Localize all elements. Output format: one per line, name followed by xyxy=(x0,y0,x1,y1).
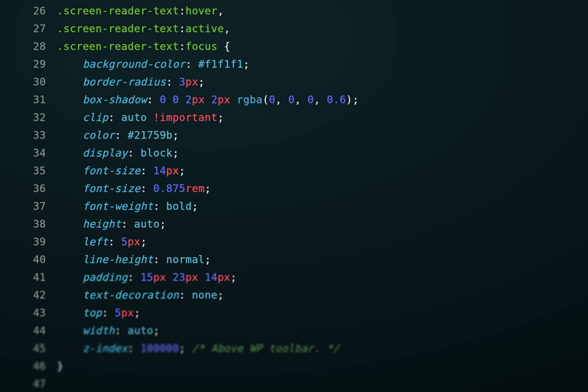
token-unit: px xyxy=(185,271,198,283)
token-punc: ; xyxy=(230,271,237,283)
token-unit: px xyxy=(192,93,205,106)
token-unit: px xyxy=(121,307,134,319)
token-num: 5 xyxy=(121,236,128,248)
token-prop: text-decoration xyxy=(83,289,179,301)
code-line[interactable]: 38 height: auto; xyxy=(0,215,588,233)
code-line[interactable]: 26.screen-reader-text:hover, xyxy=(0,2,588,20)
token-prop: width xyxy=(83,324,115,337)
line-content[interactable]: font-size: 0.875rem; xyxy=(57,179,588,197)
token-prop: border-radius xyxy=(83,76,166,88)
token-num: 0 xyxy=(288,93,295,106)
token-punc: ; xyxy=(179,164,185,177)
token-punc: ; xyxy=(217,111,224,123)
token-prop: font-weight xyxy=(83,200,153,212)
token-val: #21759b xyxy=(128,129,173,141)
line-content[interactable]: top: 5px; xyxy=(57,304,588,322)
token-num: 14 xyxy=(205,271,217,283)
token-pseudo: active xyxy=(185,22,224,35)
code-line[interactable]: 44 width: auto; xyxy=(0,322,588,339)
token-punc: : xyxy=(108,236,121,248)
token-punc: ; xyxy=(198,76,205,88)
code-line[interactable]: 31 box-shadow: 0 0 2px 2px rgba(0, 0, 0,… xyxy=(0,91,588,108)
token-punc: , xyxy=(224,22,230,35)
token-punc: : xyxy=(179,5,185,17)
code-line[interactable]: 45 z-index: 100000; /* Above WP toolbar.… xyxy=(0,339,588,357)
code-line[interactable]: 40 line-height: normal; xyxy=(0,251,588,268)
code-line[interactable]: 37 font-weight: bold; xyxy=(0,197,588,215)
line-content[interactable]: height: auto; xyxy=(57,215,588,233)
token-prop: height xyxy=(83,218,121,230)
code-line[interactable]: 35 font-size: 14px; xyxy=(0,162,588,179)
line-number: 31 xyxy=(0,91,57,108)
line-content[interactable]: .screen-reader-text:focus { xyxy=(57,37,588,55)
line-number: 45 xyxy=(0,339,57,357)
token-punc: ; xyxy=(205,253,211,266)
line-number: 36 xyxy=(0,179,57,197)
token-punc xyxy=(147,111,153,123)
line-number: 37 xyxy=(0,197,57,215)
code-line[interactable]: 34 display: block; xyxy=(0,144,588,162)
token-num: 0 xyxy=(269,93,275,106)
line-content[interactable]: width: auto; xyxy=(57,322,588,339)
line-content[interactable]: border-radius: 3px; xyxy=(57,73,588,91)
line-content[interactable]: .screen-reader-text:hover, xyxy=(57,2,588,20)
line-number: 28 xyxy=(0,37,57,55)
token-punc: { xyxy=(217,40,230,52)
token-punc: : xyxy=(179,289,192,301)
code-line[interactable]: 39 left: 5px; xyxy=(0,233,588,251)
token-punc: : xyxy=(102,307,115,319)
line-content[interactable]: clip: auto !important; xyxy=(57,108,588,126)
code-line[interactable]: 33 color: #21759b; xyxy=(0,126,588,144)
line-content[interactable]: color: #21759b; xyxy=(57,126,588,144)
line-content[interactable]: line-height: normal; xyxy=(57,251,588,268)
token-punc: : xyxy=(179,22,185,35)
code-line[interactable]: 29 background-color: #f1f1f1; xyxy=(0,55,588,73)
token-num: 23 xyxy=(173,271,186,283)
token-punc xyxy=(166,271,173,283)
token-punc xyxy=(179,93,186,106)
line-content[interactable]: z-index: 100000; /* Above WP toolbar. */ xyxy=(57,339,588,357)
token-num: 2 xyxy=(185,93,192,106)
code-line[interactable]: 46} xyxy=(0,357,588,375)
line-content[interactable]: font-size: 14px; xyxy=(57,162,588,179)
line-number: 44 xyxy=(0,322,57,339)
line-content[interactable]: } xyxy=(57,357,588,375)
token-punc xyxy=(205,93,211,106)
token-punc: ; xyxy=(217,289,224,301)
line-content[interactable]: background-color: #f1f1f1; xyxy=(57,55,588,73)
code-line[interactable]: 41 padding: 15px 23px 14px; xyxy=(0,268,588,286)
code-line[interactable]: 27.screen-reader-text:active, xyxy=(0,20,588,37)
token-val: normal xyxy=(166,253,205,266)
token-punc: ; xyxy=(205,182,211,194)
line-number: 35 xyxy=(0,162,57,179)
line-content[interactable]: display: block; xyxy=(57,144,588,162)
line-content[interactable]: padding: 15px 23px 14px; xyxy=(57,268,588,286)
token-unit: px xyxy=(128,236,141,248)
line-number: 46 xyxy=(0,357,57,375)
code-line[interactable]: 28.screen-reader-text:focus { xyxy=(0,37,588,55)
token-prop: line-height xyxy=(83,253,153,266)
token-num: 0 xyxy=(307,93,314,106)
code-editor[interactable]: 26.screen-reader-text:hover,27.screen-re… xyxy=(0,0,588,392)
code-line[interactable]: 30 border-radius: 3px; xyxy=(0,73,588,91)
token-punc: : xyxy=(115,129,128,141)
token-num: 14 xyxy=(153,164,166,177)
line-content[interactable]: font-weight: bold; xyxy=(57,197,588,215)
line-content[interactable]: text-decoration: none; xyxy=(57,286,588,304)
code-line[interactable]: 32 clip: auto !important; xyxy=(0,108,588,126)
code-line[interactable]: 47 xyxy=(0,375,588,392)
code-line[interactable]: 36 font-size: 0.875rem; xyxy=(0,179,588,197)
token-punc xyxy=(198,271,205,283)
code-line[interactable]: 42 text-decoration: none; xyxy=(0,286,588,304)
token-prop: left xyxy=(83,236,108,248)
token-punc: : xyxy=(153,200,166,212)
line-content[interactable]: left: 5px; xyxy=(57,233,588,251)
token-num: 0.6 xyxy=(327,93,346,106)
line-content[interactable]: .screen-reader-text:active, xyxy=(57,20,588,37)
token-num: 100000 xyxy=(141,342,179,354)
line-content[interactable]: box-shadow: 0 0 2px 2px rgba(0, 0, 0, 0.… xyxy=(57,91,588,108)
line-number: 39 xyxy=(0,233,57,251)
token-val: auto xyxy=(121,111,147,123)
token-punc: : xyxy=(147,93,160,106)
code-line[interactable]: 43 top: 5px; xyxy=(0,304,588,322)
